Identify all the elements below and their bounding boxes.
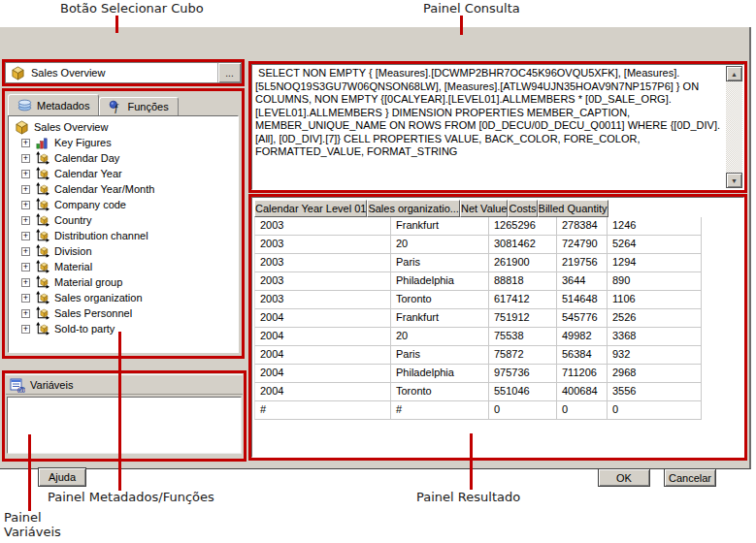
tree-item[interactable]: + Distribution channel	[9, 228, 238, 243]
dimension-icon	[35, 260, 49, 274]
column-header[interactable]: Costs	[508, 200, 537, 217]
tree-item-label: Country	[54, 214, 92, 226]
tab-funcoes[interactable]: Funções	[99, 97, 178, 115]
tree-item-label: Key Figures	[54, 137, 112, 148]
table-cell: 2004	[254, 309, 391, 328]
tab-metadados[interactable]: Metadados	[8, 94, 99, 115]
table-row[interactable]: 2004 Toronto 551046 400684 3556	[254, 383, 702, 401]
expand-plus-icon[interactable]: +	[21, 294, 30, 303]
tree-item[interactable]: + Sales Personnel	[9, 305, 238, 321]
table-cell: Paris	[391, 254, 489, 272]
dimension-icon	[35, 198, 49, 212]
table-row[interactable]: 2004 20 75538 49982 3368	[254, 328, 702, 346]
table-cell: 261900	[489, 254, 557, 272]
tree-item-label: Material	[54, 261, 92, 272]
expand-plus-icon[interactable]: +	[21, 201, 30, 209]
table-row[interactable]: 2003 Paris 261900 219756 1294	[254, 254, 702, 272]
table-row[interactable]: 2004 Paris 75872 56384 932	[254, 346, 702, 365]
ok-button[interactable]: OK	[598, 468, 650, 487]
table-cell: Toronto	[391, 291, 489, 309]
tree-item[interactable]: + Material group	[9, 274, 238, 290]
table-cell: Philadelphia	[391, 272, 489, 291]
table-cell: 1265296	[489, 217, 557, 236]
dimension-icon	[35, 275, 49, 290]
table-cell: 2004	[254, 365, 391, 383]
expand-plus-icon[interactable]: +	[21, 278, 30, 287]
column-header[interactable]: Billed Quantity	[538, 200, 608, 217]
column-header[interactable]: Net Value	[460, 200, 509, 217]
annotation-cube-button-label: Botão Selecionar Cubo	[60, 1, 204, 16]
dimension-icon	[35, 306, 49, 321]
table-row[interactable]: 2003 Philadelphia 88818 3644 890	[254, 272, 702, 291]
result-table-header: Calendar Year Level 01 Sales organizatio…	[254, 200, 702, 217]
help-button[interactable]: Ajuda	[38, 467, 86, 487]
expand-plus-icon[interactable]: +	[21, 139, 30, 147]
mdx-query-text[interactable]: SELECT NON EMPTY { [Measures].[DCWMP2BHR…	[255, 67, 720, 187]
expand-plus-icon[interactable]: +	[21, 309, 30, 318]
table-cell: 3556	[608, 383, 702, 401]
result-table: Calendar Year Level 01 Sales organizatio…	[254, 200, 702, 420]
expand-plus-icon[interactable]: +	[21, 247, 30, 256]
column-header[interactable]: Calendar Year Level 01	[254, 200, 367, 217]
column-header[interactable]: Sales organizatio...	[367, 200, 460, 217]
tree-item[interactable]: + Division	[9, 243, 238, 259]
variables-list[interactable]	[7, 397, 242, 454]
scroll-down-icon[interactable]: ▼	[726, 173, 742, 188]
tree-item[interactable]: + Country	[9, 212, 238, 228]
cancel-button[interactable]: Cancelar	[664, 468, 716, 487]
expand-plus-icon[interactable]: +	[21, 170, 30, 178]
tree-item[interactable]: + Calendar Year	[9, 166, 238, 181]
metadata-tabs: Metadados Funções	[8, 93, 179, 115]
table-cell: 711206	[557, 365, 608, 383]
annotation-box-result-panel: Calendar Year Level 01 Sales organizatio…	[248, 194, 747, 461]
expand-plus-icon[interactable]: +	[21, 216, 30, 225]
tree-root-item[interactable]: Sales Overview	[9, 119, 238, 135]
tree-item[interactable]: + Calendar Year/Month	[9, 181, 238, 197]
expand-plus-icon[interactable]: +	[21, 154, 30, 163]
table-cell: 20	[391, 328, 489, 346]
table-row[interactable]: 2004 Philadelphia 975736 711206 2968	[254, 365, 702, 383]
table-row[interactable]: 2003 Toronto 617412 514648 1106	[254, 291, 702, 309]
tree-item[interactable]: + Calendar Day	[9, 150, 238, 166]
result-table-body: 2003 Frankfurt 1265296 278384 1246 2003 …	[254, 217, 702, 420]
scroll-up-icon[interactable]: ▲	[726, 66, 742, 81]
annotation-metadata-panel-label: Painel Metadados/Funções	[48, 490, 214, 504]
table-cell: 88818	[489, 272, 557, 291]
browse-cube-button[interactable]: ...	[217, 63, 241, 82]
table-cell: 2004	[254, 346, 391, 365]
cube-selector-field[interactable]: Sales Overview	[6, 63, 217, 82]
scrollbar-track[interactable]	[726, 81, 742, 173]
table-row[interactable]: # # 0 0 0	[254, 401, 702, 420]
tree-item-label: Material group	[54, 276, 122, 288]
table-row[interactable]: 2004 Frankfurt 751912 545776 2526	[254, 309, 702, 328]
dimension-icon	[35, 213, 49, 228]
table-cell: 400684	[557, 383, 608, 401]
table-cell: 751912	[489, 309, 557, 328]
query-scrollbar[interactable]: ▲ ▼	[726, 66, 742, 188]
tree-item[interactable]: + Key Figures	[9, 135, 238, 150]
table-cell: 75538	[489, 328, 557, 346]
expand-plus-icon[interactable]: +	[21, 325, 30, 334]
table-cell: 3368	[608, 328, 702, 346]
table-cell: 551046	[489, 383, 557, 401]
table-cell: 1294	[608, 254, 702, 272]
annotation-line-cube	[115, 16, 118, 33]
tree-item[interactable]: + Company code	[9, 197, 238, 212]
table-cell: 20	[391, 236, 489, 254]
tree-item[interactable]: + Sales organization	[9, 290, 238, 305]
tree-item-label: Company code	[54, 199, 126, 210]
dimension-icon	[35, 151, 49, 166]
table-cell: 2003	[254, 254, 391, 272]
expand-plus-icon[interactable]: +	[21, 185, 30, 194]
table-cell: Philadelphia	[391, 365, 489, 383]
expand-plus-icon[interactable]: +	[21, 263, 30, 272]
tree-item[interactable]: + Sold-to party	[9, 321, 238, 336]
table-cell: 56384	[557, 346, 608, 365]
expand-plus-icon[interactable]: +	[21, 232, 30, 240]
table-cell: #	[254, 401, 391, 420]
mdx-query-builder-dialog: Sales Overview ... Metadados Funções	[0, 27, 751, 469]
table-row[interactable]: 2003 Frankfurt 1265296 278384 1246	[254, 217, 702, 236]
dimension-icon	[35, 229, 49, 243]
table-row[interactable]: 2003 20 3081462 724790 5264	[254, 236, 702, 254]
tree-item[interactable]: + Material	[9, 259, 238, 274]
